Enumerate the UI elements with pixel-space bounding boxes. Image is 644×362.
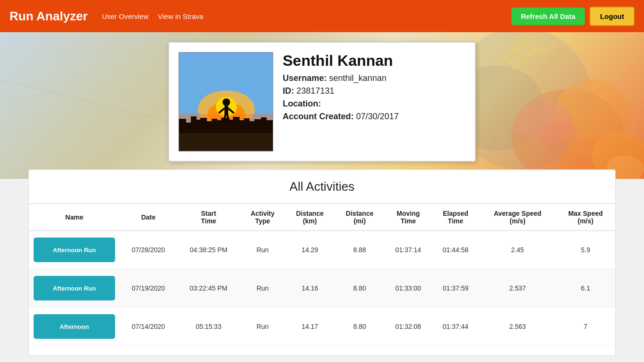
svg-rect-31	[212, 119, 217, 133]
app-title: Run Analyzer	[9, 9, 88, 24]
col-distance-mi: Distance(mi)	[335, 204, 385, 231]
cell-distance-km: 14.16	[285, 269, 335, 308]
cell-elapsed-time: 01:37:59	[432, 269, 479, 308]
svg-line-2	[47, 32, 142, 179]
table-row: Afternoon Run07/19/202003:22:45 PMRun14.…	[29, 269, 615, 308]
profile-username: Username: senthil_kannan	[283, 73, 465, 83]
activities-section: All Activities Name Date StartTime Activ…	[28, 169, 616, 356]
nav-links: User Overview View in Strava	[102, 12, 203, 20]
account-created-value: 07/30/2017	[356, 112, 399, 121]
cell-max-speed: 6.1	[556, 269, 615, 308]
svg-rect-36	[240, 120, 244, 133]
cell-distance-mi: 8.88	[335, 231, 385, 269]
profile-name: Senthil Kannan	[283, 52, 465, 70]
svg-rect-28	[197, 120, 200, 133]
cell-date: 07/14/2020	[120, 308, 177, 346]
col-date: Date	[120, 204, 177, 231]
svg-rect-40	[261, 117, 267, 133]
svg-line-1	[0, 70, 166, 103]
svg-rect-35	[233, 117, 240, 133]
account-created-label: Account Created:	[283, 112, 354, 121]
col-activity-type: ActivityType	[240, 204, 285, 231]
col-moving-time: MovingTime	[385, 204, 432, 231]
svg-line-3	[24, 32, 95, 179]
col-avg-speed: Average Speed(m/s)	[479, 204, 556, 231]
col-start-time: StartTime	[177, 204, 240, 231]
cell-avg-speed: 2.537	[479, 269, 556, 308]
activities-tbody: Afternoon Run07/28/202004:38:25 PMRun14.…	[29, 231, 615, 346]
svg-rect-38	[250, 121, 254, 133]
cell-avg-speed: 2.563	[479, 308, 556, 346]
profile-id: ID: 23817131	[283, 86, 465, 96]
table-row: Afternoon Run07/28/202004:38:25 PMRun14.…	[29, 231, 615, 269]
profile-location: Location:	[283, 99, 465, 109]
cell-activity-type: Run	[240, 308, 285, 346]
cell-name[interactable]: Afternoon Run	[29, 269, 120, 308]
cell-activity-type: Run	[240, 269, 285, 308]
table-row: Afternoon07/14/202005:15:33Run14.178.800…	[29, 308, 615, 346]
cell-moving-time: 01:32:08	[385, 308, 432, 346]
col-elapsed-time: ElapsedTime	[432, 204, 479, 231]
profile-card: Senthil Kannan Username: senthil_kannan …	[168, 42, 476, 162]
col-name: Name	[29, 204, 120, 231]
id-value: 23817131	[296, 86, 334, 96]
cell-elapsed-time: 01:37:44	[432, 308, 479, 346]
svg-point-42	[223, 98, 230, 106]
cell-max-speed: 5.9	[556, 231, 615, 269]
table-header-row: Name Date StartTime ActivityType Distanc…	[29, 204, 615, 231]
location-label: Location:	[283, 99, 321, 108]
app-header: Run Analyzer User Overview View in Strav…	[0, 0, 644, 32]
svg-rect-27	[191, 116, 197, 133]
profile-image	[179, 52, 273, 151]
cell-moving-time: 01:33:00	[385, 269, 432, 308]
cell-activity-type: Run	[240, 231, 285, 269]
activity-name-button[interactable]: Afternoon Run	[34, 238, 115, 262]
profile-image-svg	[179, 53, 273, 151]
activity-name-button[interactable]: Afternoon Run	[34, 276, 115, 300]
id-label: ID:	[283, 86, 294, 96]
svg-rect-30	[207, 121, 212, 133]
activities-table: Name Date StartTime ActivityType Distanc…	[29, 203, 615, 346]
cell-date: 07/19/2020	[120, 269, 177, 308]
hero-section: Senthil Kannan Username: senthil_kannan …	[0, 32, 644, 179]
svg-rect-41	[267, 120, 273, 133]
header-actions: Refresh All Data Logout	[511, 7, 635, 26]
cell-start-time: 05:15:33	[177, 308, 240, 346]
refresh-all-data-button[interactable]: Refresh All Data	[511, 8, 585, 25]
activities-title: All Activities	[29, 170, 615, 203]
nav-user-overview[interactable]: User Overview	[102, 12, 148, 20]
cell-moving-time: 01:37:14	[385, 231, 432, 269]
nav-view-strava[interactable]: View in Strava	[158, 12, 204, 20]
svg-rect-25	[179, 119, 186, 133]
col-distance-km: Distance(km)	[285, 204, 335, 231]
svg-rect-37	[244, 118, 250, 133]
cell-avg-speed: 2.45	[479, 231, 556, 269]
cell-name[interactable]: Afternoon	[29, 308, 120, 346]
activity-name-button[interactable]: Afternoon	[34, 314, 115, 339]
svg-rect-43	[224, 106, 228, 115]
cell-start-time: 04:38:25 PM	[177, 231, 240, 269]
svg-line-0	[0, 79, 189, 127]
profile-account-created: Account Created: 07/30/2017	[283, 112, 465, 122]
cell-date: 07/28/2020	[120, 231, 177, 269]
svg-rect-26	[186, 123, 191, 133]
cell-name[interactable]: Afternoon Run	[29, 231, 120, 269]
svg-rect-39	[254, 119, 261, 133]
svg-rect-29	[200, 118, 207, 133]
logout-button[interactable]: Logout	[590, 7, 635, 26]
username-label: Username:	[283, 73, 327, 83]
svg-rect-32	[217, 120, 221, 133]
cell-distance-km: 14.17	[285, 308, 335, 346]
cell-elapsed-time: 01:44:58	[432, 231, 479, 269]
cell-distance-km: 14.29	[285, 231, 335, 269]
col-max-speed: Max Speed(m/s)	[556, 204, 615, 231]
cell-distance-mi: 8.80	[335, 269, 385, 308]
cell-distance-mi: 8.80	[335, 308, 385, 346]
username-value: senthil_kannan	[329, 73, 386, 83]
profile-info: Senthil Kannan Username: senthil_kannan …	[283, 52, 465, 151]
cell-max-speed: 7	[556, 308, 615, 346]
cell-start-time: 03:22:45 PM	[177, 269, 240, 308]
